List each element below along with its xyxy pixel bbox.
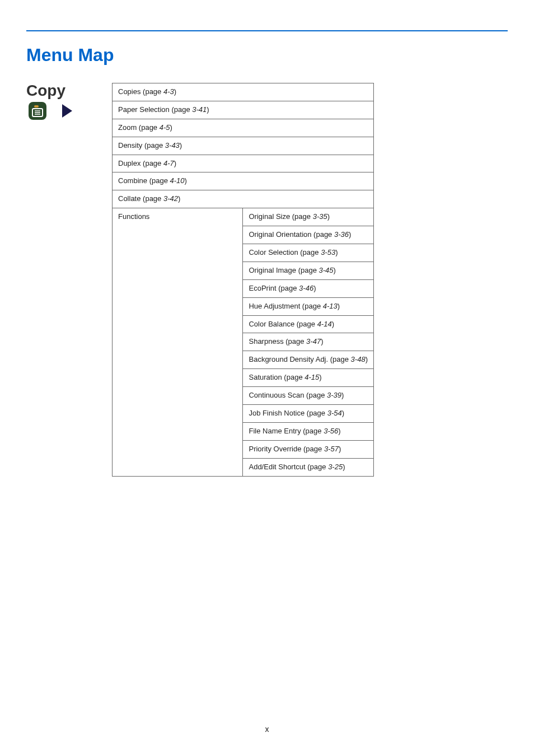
functions-item-cell: Continuous Scan (page 3-39): [243, 387, 373, 405]
page-number: x: [0, 725, 534, 734]
menu-item-label: Color Balance (page: [249, 320, 317, 328]
functions-item-cell: EcoPrint (page 3-46): [243, 279, 373, 297]
menu-item-page-ref: 4-7: [163, 159, 174, 167]
menu-item-label: Original Image (page: [249, 266, 318, 274]
menu-item-page-ref: 4-14: [317, 320, 332, 328]
arrow-right-icon: [59, 103, 74, 119]
functions-label-cell: Functions: [113, 208, 243, 476]
menu-item-page-ref: 4-10: [170, 176, 185, 185]
functions-item-cell: Priority Override (page 3-57): [243, 440, 373, 458]
menu-item-label: Original Orientation (page: [249, 230, 334, 239]
menu-cell: Copies (page 4-3): [113, 83, 374, 101]
menu-item-page-ref: 3-36: [334, 230, 349, 239]
menu-item-page-ref: 3-41: [192, 105, 207, 114]
menu-item-label: Add/Edit Shortcut (page: [249, 463, 328, 471]
menu-item-label: Priority Override (page: [249, 445, 324, 453]
menu-item-label: Saturation (page: [249, 373, 305, 381]
menu-item-label: Combine (page: [118, 176, 170, 185]
menu-cell: Duplex (page 4-7): [113, 155, 374, 172]
svg-rect-1: [34, 105, 39, 108]
menu-item-label: Sharpness (page: [249, 337, 306, 346]
menu-item-page-ref: 3-57: [324, 445, 339, 453]
menu-item-label: Continuous Scan (page: [249, 391, 326, 399]
menu-item-label: File Name Entry (page: [249, 427, 324, 435]
menu-cell: Collate (page 3-42): [113, 190, 374, 208]
functions-item-cell: Hue Adjustment (page 4-13): [243, 297, 373, 315]
menu-row: Paper Selection (page 3-41): [113, 101, 374, 119]
menu-item-label: Zoom (page: [118, 123, 160, 132]
functions-item-cell: Sharpness (page 3-47): [243, 333, 373, 351]
menu-row: Duplex (page 4-7): [113, 155, 374, 172]
copy-label: Copy: [26, 83, 105, 99]
menu-item-page-ref: 3-45: [319, 266, 334, 274]
menu-item-label: Color Selection (page: [249, 248, 321, 256]
menu-item-page-ref: 3-54: [327, 409, 342, 417]
functions-item-cell: Original Size (page 3-35): [243, 208, 373, 226]
menu-item-page-ref: 3-56: [324, 427, 338, 435]
menu-cell: Paper Selection (page 3-41): [113, 101, 374, 119]
menu-item-page-ref: 3-42: [163, 194, 178, 203]
functions-item-cell: Job Finish Notice (page 3-54): [243, 405, 373, 423]
menu-cell: Density (page 3-43): [113, 137, 374, 155]
menu-item-label: Hue Adjustment (page: [249, 302, 322, 310]
menu-cell: Combine (page 4-10): [113, 172, 374, 190]
functions-item-cell: Background Density Adj. (page 3-48): [243, 351, 373, 369]
menu-item-page-ref: 4-15: [305, 373, 319, 381]
menu-row: FunctionsOriginal Size (page 3-35): [113, 208, 374, 226]
menu-item-page-ref: 3-43: [165, 141, 180, 150]
functions-item-cell: Add/Edit Shortcut (page 3-25): [243, 458, 373, 476]
menu-item-label: Paper Selection (page: [118, 105, 192, 114]
svg-marker-6: [62, 104, 72, 118]
copier-icon: [26, 100, 49, 122]
menu-item-page-ref: 3-48: [351, 355, 366, 363]
menu-item-label: Duplex (page: [118, 159, 163, 167]
functions-item-cell: Color Selection (page 3-53): [243, 244, 373, 262]
functions-item-cell: Original Image (page 3-45): [243, 262, 373, 279]
menu-map-table: Copies (page 4-3)Paper Selection (page 3…: [112, 83, 374, 477]
functions-item-cell: File Name Entry (page 3-56): [243, 422, 373, 440]
functions-item-cell: Original Orientation (page 3-36): [243, 226, 373, 244]
menu-row: Collate (page 3-42): [113, 190, 374, 208]
menu-row: Zoom (page 4-5): [113, 119, 374, 137]
copy-icon-group: Copy: [26, 83, 105, 122]
menu-item-label: Job Finish Notice (page: [249, 409, 327, 417]
menu-item-page-ref: 3-53: [321, 248, 335, 256]
menu-item-page-ref: 4-5: [160, 123, 170, 132]
menu-item-page-ref: 3-39: [327, 391, 341, 399]
functions-item-cell: Color Balance (page 4-14): [243, 315, 373, 333]
top-rule: [26, 30, 508, 31]
menu-item-page-ref: 3-47: [306, 337, 321, 346]
menu-item-page-ref: 4-3: [163, 87, 174, 96]
menu-item-page-ref: 4-13: [323, 302, 338, 310]
menu-item-label: Background Density Adj. (page: [249, 355, 350, 363]
menu-item-label: Density (page: [118, 141, 165, 150]
menu-cell: Zoom (page 4-5): [113, 119, 374, 137]
menu-item-label: Copies (page: [118, 87, 163, 96]
menu-row: Copies (page 4-3): [113, 83, 374, 101]
menu-item-label: EcoPrint (page: [249, 284, 299, 292]
menu-item-page-ref: 3-46: [299, 284, 313, 292]
page-title: Menu Map: [26, 45, 114, 66]
menu-item-page-ref: 3-25: [328, 463, 343, 471]
menu-item-page-ref: 3-35: [313, 212, 327, 221]
menu-item-label: Original Size (page: [249, 212, 312, 221]
menu-row: Combine (page 4-10): [113, 172, 374, 190]
menu-row: Density (page 3-43): [113, 137, 374, 155]
menu-item-label: Collate (page: [118, 194, 163, 203]
functions-item-cell: Saturation (page 4-15): [243, 369, 373, 387]
